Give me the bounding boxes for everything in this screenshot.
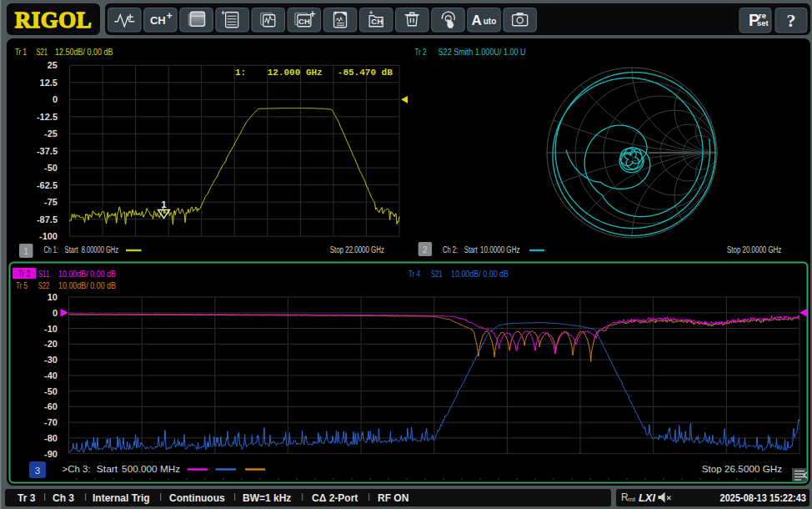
svg-text:-75: -75 [44, 197, 58, 207]
svg-text:Stop 20.0000 GHz: Stop 20.0000 GHz [727, 245, 781, 254]
svg-text:Start: Start [464, 245, 478, 254]
svg-text:10: 10 [48, 292, 58, 302]
svg-text:-12.5: -12.5 [37, 112, 58, 122]
svg-text:-20: -20 [44, 339, 58, 349]
svg-text:-50: -50 [44, 386, 58, 396]
svg-text:1:: 1: [235, 68, 246, 78]
svg-text:Start: Start [65, 245, 78, 254]
svg-text:S11: S11 [38, 269, 50, 279]
svg-text:-87.5: -87.5 [37, 214, 58, 224]
svg-text:-25: -25 [44, 129, 58, 139]
svg-text:Stop 26.5000 GHz: Stop 26.5000 GHz [702, 464, 783, 474]
svg-text:-100: -100 [39, 231, 58, 241]
svg-text:1: 1 [23, 247, 28, 256]
svg-text:-10: -10 [44, 324, 58, 334]
svg-text:2: 2 [423, 245, 428, 254]
svg-text:S21: S21 [37, 47, 48, 57]
svg-text:10.0000 GHz: 10.0000 GHz [480, 245, 520, 254]
svg-text:Tr 1: Tr 1 [15, 47, 27, 57]
svg-text:-60: -60 [44, 401, 58, 411]
svg-text:0: 0 [53, 308, 58, 318]
svg-text:CH: CH [371, 17, 383, 26]
svg-text:10.00dB/ 0.00 dB: 10.00dB/ 0.00 dB [58, 280, 116, 290]
svg-text:>Ch 3:: >Ch 3: [63, 464, 91, 474]
svg-text:10.00dB/ 0.00 dB: 10.00dB/ 0.00 dB [451, 269, 509, 279]
svg-text:CΔ 2-Port: CΔ 2-Port [312, 492, 358, 504]
svg-text:-40: -40 [44, 370, 58, 380]
svg-text:-70: -70 [44, 417, 58, 427]
svg-text:12.50dB/ 0.00 dB: 12.50dB/ 0.00 dB [55, 47, 113, 57]
svg-text:mt: mt [628, 496, 636, 503]
svg-text:Internal Trig: Internal Trig [93, 492, 150, 504]
svg-text:Tr 4: Tr 4 [409, 269, 420, 279]
svg-text:Tr 3: Tr 3 [18, 492, 36, 504]
svg-text:Ch 2:: Ch 2: [443, 245, 458, 254]
svg-text:S22: S22 [38, 280, 50, 290]
svg-text:Ch 3: Ch 3 [53, 492, 74, 504]
svg-text:-80: -80 [44, 433, 58, 443]
svg-text:A: A [471, 13, 481, 28]
svg-text:2025-08-13 15:22:43: 2025-08-13 15:22:43 [720, 492, 807, 504]
svg-text:-90: -90 [44, 449, 58, 459]
svg-text:-85.470 dB: -85.470 dB [338, 68, 393, 78]
svg-text:+: + [309, 8, 315, 20]
svg-text:25: 25 [48, 60, 58, 70]
svg-text:10.00dB/ 0.00 dB: 10.00dB/ 0.00 dB [58, 269, 116, 279]
svg-text:RF ON: RF ON [378, 492, 409, 504]
svg-text:+: + [167, 10, 173, 22]
svg-text:set: set [757, 18, 769, 28]
svg-text:uto: uto [484, 17, 497, 26]
svg-text:CH: CH [150, 14, 166, 27]
svg-text:S22 Smith 1.000U/ 1.00 U: S22 Smith 1.000U/ 1.00 U [439, 47, 526, 57]
svg-text:LXI: LXI [639, 491, 655, 504]
svg-text:Start: Start [97, 464, 118, 474]
svg-text:-30: -30 [44, 355, 58, 365]
svg-text:500.000 MHz: 500.000 MHz [122, 464, 180, 474]
svg-text:RIGOL: RIGOL [15, 8, 93, 33]
svg-text:-37.5: -37.5 [37, 146, 58, 156]
svg-text:Tr 3: Tr 3 [18, 269, 30, 279]
svg-text:12.000 GHz: 12.000 GHz [268, 68, 323, 78]
svg-text:-62.5: -62.5 [37, 180, 58, 190]
svg-text:8.00000 GHz: 8.00000 GHz [82, 245, 118, 254]
svg-text:12.5: 12.5 [40, 78, 58, 88]
svg-text:S21: S21 [431, 269, 443, 279]
svg-text:Tr 5: Tr 5 [16, 280, 28, 290]
svg-text:Continuous: Continuous [169, 492, 225, 504]
svg-text:Tr 2: Tr 2 [415, 47, 427, 57]
svg-text:Ch 1:: Ch 1: [44, 245, 58, 254]
svg-text:?: ? [787, 10, 796, 31]
svg-text:BW=1 kHz: BW=1 kHz [243, 492, 291, 504]
svg-text:Stop 22.0000 GHz: Stop 22.0000 GHz [330, 245, 384, 254]
svg-text:-50: -50 [44, 163, 58, 173]
svg-text:0: 0 [53, 94, 58, 104]
svg-text:1: 1 [161, 199, 166, 209]
svg-text:3: 3 [35, 466, 40, 476]
svg-text:CH: CH [298, 17, 310, 26]
